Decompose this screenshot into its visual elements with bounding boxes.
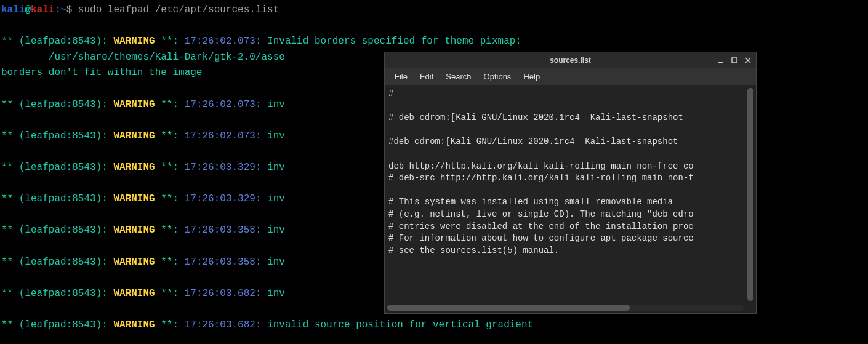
menu-search[interactable]: Search: [440, 71, 477, 82]
titlebar-buttons: [715, 55, 753, 66]
vertical-scrollbar-thumb[interactable]: [747, 88, 753, 301]
window-title: sources.list: [550, 56, 591, 65]
prompt-at: @: [25, 4, 31, 15]
prompt: kali@kali:~$ sudo leafpad /etc/apt/sourc…: [1, 4, 279, 15]
titlebar[interactable]: sources.list: [385, 52, 756, 68]
command-text: sudo leafpad /etc/apt/sources.list: [78, 4, 279, 15]
close-icon: [744, 57, 752, 64]
horizontal-scrollbar-thumb[interactable]: [387, 305, 630, 311]
editor-area[interactable]: # # deb cdrom:[Kali GNU/Linux 2020.1rc4 …: [385, 86, 756, 313]
prompt-user: kali: [1, 4, 25, 15]
prompt-host: kali: [31, 4, 54, 15]
menu-help[interactable]: Help: [517, 71, 546, 82]
close-button[interactable]: [742, 55, 753, 66]
menu-file[interactable]: File: [388, 71, 414, 82]
minimize-icon: [717, 57, 725, 64]
menu-edit[interactable]: Edit: [414, 71, 440, 82]
horizontal-scrollbar[interactable]: [387, 305, 744, 311]
svg-rect-1: [732, 58, 737, 63]
prompt-dollar: $: [66, 4, 73, 15]
prompt-path: ~: [60, 4, 66, 15]
prompt-sep: :: [54, 4, 60, 15]
editor-content[interactable]: # # deb cdrom:[Kali GNU/Linux 2020.1rc4 …: [385, 86, 756, 259]
leafpad-window[interactable]: sources.list FileEditSearchOptionsHelp #…: [384, 52, 757, 314]
menubar: FileEditSearchOptionsHelp: [385, 68, 756, 86]
minimize-button[interactable]: [715, 55, 726, 66]
menu-options[interactable]: Options: [478, 71, 518, 82]
maximize-icon: [731, 57, 738, 64]
maximize-button[interactable]: [729, 55, 740, 66]
vertical-scrollbar[interactable]: [747, 88, 753, 301]
